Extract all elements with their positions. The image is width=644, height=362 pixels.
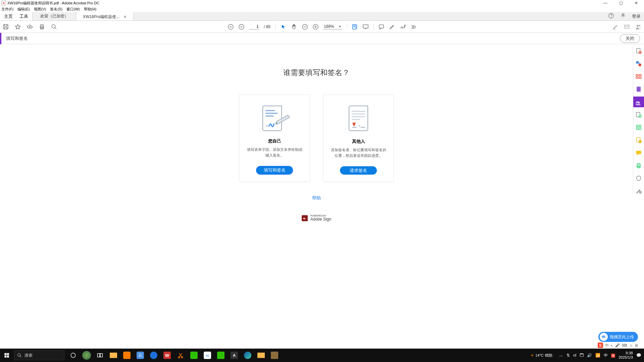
ime-punct-icon[interactable]: •, <box>611 343 613 347</box>
fill-sign-bar: 填写和签名 关闭 <box>0 33 644 44</box>
page-down-icon[interactable] <box>238 24 244 30</box>
taskbar-app-w[interactable]: W <box>160 349 174 362</box>
acrobat-taskbar-icon[interactable]: A <box>228 349 241 362</box>
taskbar-app-snip[interactable] <box>174 349 187 362</box>
taskbar-app-white[interactable]: ∞ <box>201 349 214 362</box>
notifications-icon[interactable]: 💬 <box>636 353 641 358</box>
fill-sign-button[interactable]: 填写和签名 <box>256 166 293 175</box>
svg-point-51 <box>603 337 603 337</box>
tool-comment-yellow-icon[interactable] <box>635 149 642 156</box>
weather-widget[interactable]: ☀ 14°C 晴朗 <box>531 353 552 358</box>
upload-pill[interactable]: 拖拽至此上传 <box>598 332 638 342</box>
edit-icon[interactable] <box>612 24 618 30</box>
svg-point-53 <box>604 337 605 337</box>
help-icon[interactable] <box>608 13 614 20</box>
tool-combine-icon[interactable] <box>635 60 642 67</box>
taskbar-app-blue[interactable] <box>147 349 160 362</box>
powered-by: POWERED BY Adobe Sign <box>302 215 331 222</box>
menu-sign[interactable]: 签名(S) <box>50 7 62 12</box>
tool-edit-icon[interactable] <box>635 73 642 80</box>
tray-volume-icon[interactable]: 🔊 <box>587 353 592 358</box>
print-icon[interactable] <box>39 24 45 30</box>
tool-organize-icon[interactable] <box>635 111 642 118</box>
tab-tools[interactable]: 工具 <box>19 13 28 19</box>
taskbar-app-orange[interactable] <box>120 349 134 362</box>
ime-face-icon[interactable]: ☺ <box>629 343 633 347</box>
minimize-button[interactable]: — <box>598 0 613 6</box>
page-up-icon[interactable] <box>228 24 234 30</box>
tab-home[interactable]: 主页 <box>4 13 13 19</box>
start-button[interactable] <box>0 349 13 362</box>
close-panel-button[interactable]: 关闭 <box>620 34 640 43</box>
save-icon[interactable] <box>3 24 9 30</box>
taskbar-search[interactable]: 搜索 <box>14 350 64 360</box>
fit-page-icon[interactable] <box>362 24 368 30</box>
tray-battery-icon[interactable]: 🗔 <box>580 353 584 358</box>
search-icon[interactable] <box>51 24 57 30</box>
login-link[interactable]: 登录 <box>632 13 641 19</box>
tray-wifi-icon[interactable]: 📶 <box>595 353 600 358</box>
ime-keyboard-icon[interactable]: ⌨ <box>622 343 627 348</box>
tray-chevron-icon[interactable]: ︿ <box>559 353 563 358</box>
bell-icon[interactable] <box>620 13 626 20</box>
request-sign-button[interactable]: 请求签名 <box>340 166 377 175</box>
highlight-icon[interactable] <box>389 24 395 30</box>
star-icon[interactable] <box>15 24 21 30</box>
tool-export-icon[interactable] <box>635 86 642 93</box>
share-icon[interactable] <box>635 24 641 30</box>
svg-rect-46 <box>636 151 641 154</box>
taskbar-app-cloud[interactable]: 云 <box>134 349 147 362</box>
cortana-circle-icon[interactable] <box>66 349 80 362</box>
wechat-icon[interactable] <box>187 349 201 362</box>
hand-icon[interactable] <box>291 24 297 30</box>
ime-grid-icon[interactable]: ⊞ <box>635 343 638 348</box>
zoom-select[interactable]: 169%▼ <box>323 24 342 29</box>
stamp-icon[interactable] <box>410 24 416 30</box>
signature-icon[interactable] <box>400 24 406 30</box>
tool-more-icon[interactable] <box>635 188 642 194</box>
file-explorer-icon[interactable] <box>107 349 120 362</box>
tool-compress-icon[interactable] <box>635 124 642 131</box>
zoom-out-icon[interactable] <box>302 24 308 30</box>
tray-ime-label[interactable]: 中 <box>604 353 608 358</box>
taskbar-clock[interactable]: 8:38 2025/1/3 <box>618 351 633 360</box>
tray-sogou-icon[interactable]: S <box>611 353 615 358</box>
svg-rect-14 <box>625 25 629 28</box>
page-number-input[interactable] <box>249 24 259 29</box>
email-icon[interactable] <box>624 24 630 30</box>
tool-redact-icon[interactable] <box>635 137 642 143</box>
taskbar-app-1[interactable] <box>80 349 93 362</box>
tool-print-green-icon[interactable] <box>635 162 642 169</box>
tool-create-pdf-icon[interactable] <box>635 48 642 54</box>
taskbar-folder-icon[interactable] <box>254 349 268 362</box>
comment-icon[interactable] <box>378 24 384 30</box>
menu-window[interactable]: 窗口(W) <box>66 7 80 12</box>
close-button[interactable]: ✕ <box>629 0 644 6</box>
taskbar-app-green[interactable] <box>214 349 228 362</box>
svg-rect-36 <box>639 77 641 79</box>
ime-floating-bar[interactable]: S 中 •, 🎤 ⌨ ☺ ⊞ <box>598 342 638 349</box>
fit-width-icon[interactable] <box>352 24 358 30</box>
ime-mic-icon[interactable]: 🎤 <box>615 343 620 348</box>
svg-point-8 <box>239 24 244 29</box>
maximize-button[interactable]: ▢ <box>613 0 629 6</box>
menu-view[interactable]: 视图(V) <box>34 7 46 12</box>
tab-document[interactable]: XW16Pro编程器使... ✕ <box>76 12 134 20</box>
tray-net-icon[interactable]: ııl <box>573 353 576 358</box>
cloud-icon[interactable] <box>27 24 33 30</box>
menu-edit[interactable]: 编辑(E) <box>17 7 30 12</box>
main-content: 谁需要填写和签名？ × 您自己 填写表单字段、添加文本并绘制或键入签名。 填写和… <box>0 44 633 349</box>
tab-welcome[interactable]: 欢迎（已加密） <box>33 12 76 20</box>
tool-fill-sign-icon[interactable] <box>633 97 644 107</box>
menu-file[interactable]: 文件(F) <box>1 7 13 12</box>
menu-help[interactable]: 帮助(H) <box>84 7 96 12</box>
taskbar-app-last[interactable] <box>268 349 281 362</box>
edge-icon[interactable] <box>241 349 254 362</box>
pointer-icon[interactable] <box>280 24 286 30</box>
tray-sync-icon[interactable]: ⇅ <box>566 353 570 358</box>
tool-protect-icon[interactable] <box>635 175 642 182</box>
help-link[interactable]: 帮助 <box>312 195 321 201</box>
tab-close-icon[interactable]: ✕ <box>123 15 127 19</box>
task-view-icon[interactable] <box>93 349 107 362</box>
zoom-in-icon[interactable] <box>312 24 318 30</box>
